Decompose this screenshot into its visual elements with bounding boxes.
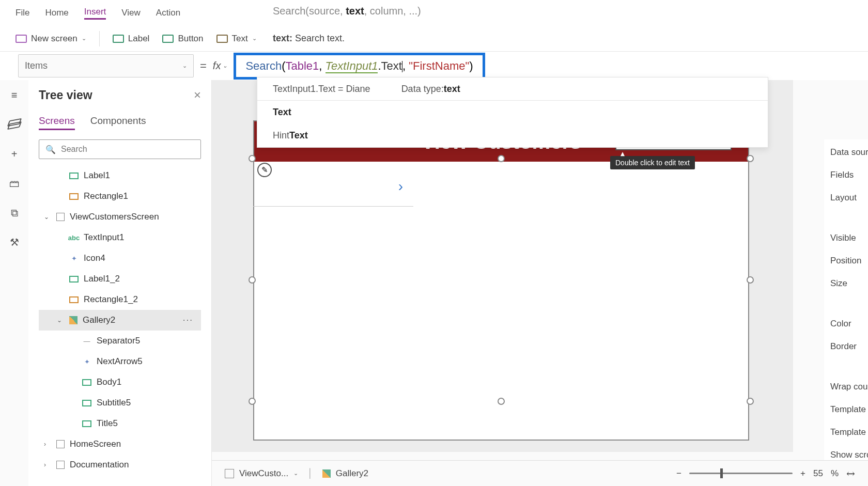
prop-position[interactable]: Position — [830, 256, 862, 266]
resize-handle-tl[interactable] — [249, 155, 256, 162]
status-bar: ViewCusto... ⌄ │ Gallery2 − + 55 % ⤢ — [212, 460, 868, 486]
checkbox-icon — [225, 469, 234, 478]
prop-wrap-count[interactable]: Wrap count — [830, 382, 862, 392]
label-button[interactable]: Label — [113, 34, 150, 44]
tree-item-label: Label1_2 — [84, 274, 120, 284]
chevron-down-icon[interactable]: ⌄ — [57, 317, 64, 324]
chevron-right-icon[interactable]: › — [44, 441, 51, 448]
prop-template-pa[interactable]: Template pa — [830, 427, 862, 437]
resize-handle-mr[interactable] — [747, 276, 754, 284]
search-icon: 🔍 — [45, 145, 56, 154]
prop-size[interactable]: Size — [830, 278, 862, 289]
tree-item-label: Separator5 — [97, 336, 140, 346]
slider-thumb[interactable] — [720, 468, 723, 478]
breadcrumb-screen[interactable]: ViewCusto... ⌄ — [225, 468, 298, 479]
intellisense-option-text[interactable]: Text — [257, 101, 768, 124]
tools-icon[interactable]: ⚒ — [8, 237, 21, 248]
button-icon — [162, 35, 174, 43]
media-icon[interactable]: ⧉ — [8, 207, 21, 218]
tree-item-label1[interactable]: Label1 — [39, 165, 201, 186]
zoom-in-button[interactable]: + — [800, 468, 805, 479]
tree-item-label: ViewCustomersScreen — [70, 212, 159, 222]
tree-item-label: Rectangle1 — [84, 191, 128, 201]
label-icon — [113, 35, 124, 43]
tree-item-rectangle1_2[interactable]: Rectangle1_2 — [39, 289, 201, 310]
edit-pencil-icon[interactable]: ✎ — [257, 163, 272, 177]
menu-action[interactable]: Action — [156, 8, 180, 18]
prop-border[interactable]: Border — [830, 341, 862, 352]
insert-toolbar: New screen ⌄ Label Button Text ⌄ — [0, 26, 868, 52]
tree-item-separator5[interactable]: —Separator5 — [39, 331, 201, 351]
resize-handle-br[interactable] — [747, 398, 754, 405]
new-screen-button[interactable]: New screen ⌄ — [16, 34, 86, 44]
property-dropdown[interactable]: Items ⌄ — [18, 54, 194, 77]
resize-handle-tm[interactable] — [498, 155, 505, 162]
tree-item-label: Label1 — [84, 170, 110, 181]
tree-item-label: Documentation — [70, 460, 129, 470]
tree-search-input[interactable] — [61, 145, 194, 154]
tree-item-body1[interactable]: Body1 — [39, 372, 201, 393]
menu-home[interactable]: Home — [45, 8, 68, 18]
equals-sign: = — [200, 59, 207, 73]
zoom-slider[interactable] — [689, 473, 793, 474]
intellisense-option-hinttext[interactable]: HintText — [257, 124, 768, 147]
prop-data-source[interactable]: Data source — [830, 147, 862, 158]
fullscreen-icon[interactable]: ⤢ — [843, 466, 858, 481]
prop-show-scroll[interactable]: Show scroll — [830, 450, 862, 460]
tree-item-nextarrow5[interactable]: ✦NextArrow5 — [39, 351, 201, 372]
prop-layout[interactable]: Layout — [830, 193, 862, 203]
tree-item-icon4[interactable]: ✦Icon4 — [39, 248, 201, 269]
resize-handle-ml[interactable] — [249, 276, 256, 284]
tree-item-label: Icon4 — [84, 253, 105, 263]
close-icon[interactable]: × — [194, 88, 201, 102]
prop-color[interactable]: Color — [830, 319, 862, 329]
tree-search[interactable]: 🔍 — [39, 139, 201, 159]
menu-file[interactable]: File — [16, 8, 29, 18]
tree-view-title: Tree view — [39, 88, 92, 102]
intellisense-header: TextInput1.Text = Diane Data type: text — [257, 77, 768, 101]
menu-insert[interactable]: Insert — [84, 7, 106, 20]
left-rail: ≡ + 🗃 ⧉ ⚒ — [0, 80, 28, 486]
tree-item-viewcustomersscreen[interactable]: ⌄ViewCustomersScreen — [39, 207, 201, 227]
menu-view[interactable]: View — [121, 8, 141, 18]
tree-item-rectangle1[interactable]: Rectangle1 — [39, 186, 201, 207]
tree-item-textinput1[interactable]: abcTextInput1 — [39, 227, 201, 248]
prop-fields[interactable]: Fields — [830, 170, 862, 180]
text-button[interactable]: Text ⌄ — [216, 34, 257, 44]
hamburger-icon[interactable]: ≡ — [8, 89, 21, 101]
resize-handle-tr[interactable] — [747, 155, 754, 162]
tab-components[interactable]: Components — [90, 115, 146, 130]
fx-icon[interactable]: fx⌄ — [213, 60, 228, 72]
tree-item-label: Gallery2 — [83, 315, 115, 325]
more-icon[interactable]: ··· — [183, 315, 193, 325]
screen-icon — [16, 35, 27, 43]
tree-item-documentation[interactable]: ›Documentation — [39, 454, 201, 475]
chevron-right-icon[interactable]: › — [44, 461, 51, 468]
tree-item-label: NextArrow5 — [97, 356, 143, 367]
prop-template-size[interactable]: Template size — [830, 404, 862, 415]
tab-screens[interactable]: Screens — [39, 115, 75, 130]
zoom-out-button[interactable]: − — [676, 468, 681, 479]
data-icon[interactable]: 🗃 — [8, 178, 21, 189]
resize-handle-bl[interactable] — [249, 398, 256, 405]
tree-view-icon[interactable] — [8, 119, 21, 130]
tree-item-subtitle5[interactable]: Subtitle5 — [39, 393, 201, 413]
tree-item-title5[interactable]: Title5 — [39, 413, 201, 434]
tree-item-homescreen[interactable]: ›HomeScreen — [39, 434, 201, 454]
resize-handle-bm[interactable] — [498, 398, 505, 405]
tree-item-label: Subtitle5 — [97, 398, 131, 408]
button-button[interactable]: Button — [162, 34, 203, 44]
prop-visible[interactable]: Visible — [830, 233, 862, 243]
tree-item-label1_2[interactable]: Label1_2 — [39, 269, 201, 289]
tree-item-gallery2[interactable]: ⌄Gallery2··· — [39, 310, 201, 331]
selection-handles[interactable] — [252, 159, 750, 401]
formula-input[interactable]: Search(Table1, TextInput1.Text, "FirstNa… — [234, 53, 485, 80]
chevron-down-icon: ⌄ — [182, 62, 187, 69]
breadcrumb-gallery[interactable]: Gallery2 — [322, 468, 368, 479]
intellisense-popup: TextInput1.Text = Diane Data type: text … — [257, 77, 768, 148]
tree-item-label: Body1 — [97, 377, 121, 387]
tree-item-label: Rectangle1_2 — [84, 294, 138, 305]
properties-panel: Data sourceFieldsLayoutVisiblePositionSi… — [824, 139, 868, 465]
add-icon[interactable]: + — [8, 148, 21, 160]
chevron-down-icon[interactable]: ⌄ — [44, 213, 51, 221]
